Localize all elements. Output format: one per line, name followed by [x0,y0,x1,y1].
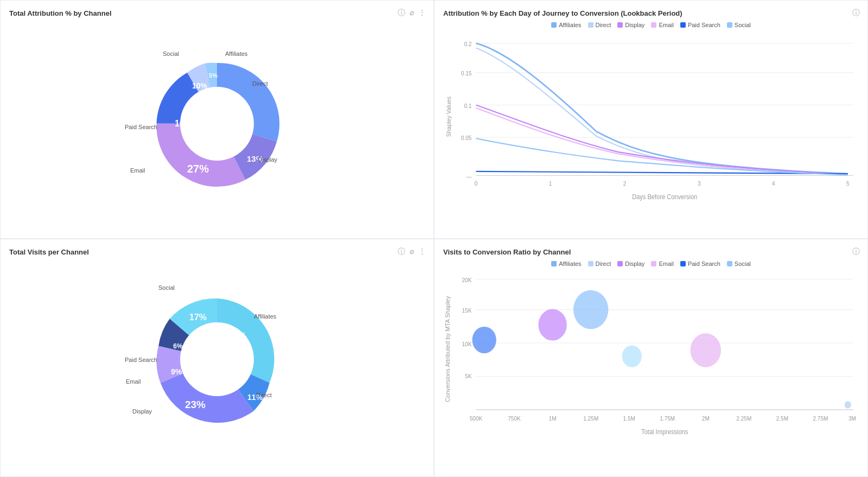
label-affiliates-2: Affiliates [254,313,276,320]
svg-text:1.25M: 1.25M [583,415,598,422]
legend-social: Social [727,22,751,28]
bubble-social [622,345,642,367]
svg-text:1: 1 [549,181,552,187]
legend-label-display: Display [625,22,644,28]
legend-label-email: Email [659,22,674,28]
scatter-label-email: Email [659,260,674,267]
legend-paid-search: Paid Search [680,22,720,28]
svg-text:10K: 10K [462,340,472,347]
bottom-right-panel: Visits to Conversion Ratio by Channel ⓘ … [434,239,868,478]
svg-text:5K: 5K [465,372,471,379]
legend-affiliates: Affiliates [551,22,581,28]
bubble-direct [573,290,609,329]
legend-email: Email [651,22,674,28]
legend-dot-social [727,22,732,28]
svg-text:5: 5 [846,181,850,187]
svg-text:17%: 17% [189,313,207,322]
scatter-dot-display [617,261,623,266]
svg-text:Shapley Values: Shapley Values [446,97,452,137]
legend-dot-display [617,22,623,28]
donut-chart-1: 30% 13% 27% 16% 10% 5% Direct Display Em… [9,22,425,226]
svg-text:9%: 9% [171,367,182,376]
bubble-display [538,309,566,340]
line-chart-svg: 0.2 0.15 0.1 0.05 — 0 1 2 3 4 5 [443,31,859,226]
info-icon-4[interactable]: ⓘ [852,247,860,257]
top-left-icons: ⓘ ⌀ ⋮ [398,8,426,18]
label-direct: Direct [252,80,268,87]
label-affiliates: Affiliates [225,50,247,57]
label-direct-2: Direct [256,392,272,398]
link-icon[interactable]: ⌀ [410,8,414,18]
top-right-title: Attribution % by Each Day of Journey to … [443,9,859,17]
svg-text:10%: 10% [192,81,208,90]
bottom-right-title: Visits to Conversion Ratio by Channel [443,248,859,256]
donut-chart-2: 34% 11% 23% 9% 6% 17% Affiliates Direct … [9,260,425,465]
scatter-dot-affiliates [551,261,557,266]
svg-text:20K: 20K [462,276,472,283]
svg-text:1M: 1M [549,415,557,422]
bottom-left-title: Total Visits per Channel [9,248,425,256]
line-chart-svg-container: 0.2 0.15 0.1 0.05 — 0 1 2 3 4 5 [443,31,859,226]
svg-text:5%: 5% [209,72,218,79]
scatter-dot-direct [588,261,593,266]
legend-direct: Direct [588,22,611,28]
line-chart-legend: Affiliates Direct Display Email Paid Sea… [443,22,859,28]
donut-svg-2: 34% 11% 23% 9% 6% 17% [141,283,293,435]
svg-text:2: 2 [623,181,627,187]
info-icon-2[interactable]: ⓘ [852,8,860,18]
svg-text:2.5M: 2.5M [776,415,788,422]
scatter-legend-display: Display [617,260,644,267]
label-social-2: Social [158,284,175,291]
scatter-dot-paid-search [680,261,686,266]
svg-text:30%: 30% [226,104,246,115]
svg-text:0: 0 [475,181,478,187]
scatter-dot-email [651,261,656,266]
more-icon-3[interactable]: ⋮ [418,247,426,257]
bubble-paid-search [845,401,851,408]
legend-label-paid-search: Paid Search [688,22,720,28]
legend-display: Display [617,22,644,28]
legend-dot-direct [588,22,593,28]
scatter-legend-social: Social [727,260,751,267]
svg-text:23%: 23% [185,399,206,410]
svg-text:2.75M: 2.75M [813,415,828,422]
label-email: Email [130,167,145,174]
scatter-legend: Affiliates Direct Display Email Paid Sea… [443,260,859,267]
label-paid-search-2: Paid Search [125,357,157,363]
svg-text:34%: 34% [225,330,247,342]
label-paid-search: Paid Search [125,124,157,130]
svg-text:2.25M: 2.25M [736,415,751,422]
svg-text:0.15: 0.15 [461,71,472,77]
svg-text:16%: 16% [175,119,192,128]
scatter-label-display: Display [625,260,644,267]
scatter-legend-paid-search: Paid Search [680,260,720,267]
top-left-title: Total Attribution % by Channel [9,9,425,17]
info-icon[interactable]: ⓘ [398,8,405,18]
svg-text:6%: 6% [173,342,183,350]
scatter-dot-social [727,261,732,266]
svg-text:0.05: 0.05 [461,135,472,141]
scatter-svg-container: 20K 15K 10K 5K 500K 750K 1M 1.25M 1.5M 1… [443,270,859,465]
legend-dot-paid-search [680,22,686,28]
scatter-label-affiliates: Affiliates [559,260,581,267]
legend-dot-affiliates [551,22,557,28]
link-icon-3[interactable]: ⌀ [410,247,414,257]
top-left-panel: Total Attribution % by Channel ⓘ ⌀ ⋮ [0,0,434,239]
svg-text:0.1: 0.1 [464,103,471,109]
scatter-legend-email: Email [651,260,674,267]
scatter-legend-direct: Direct [588,260,611,267]
scatter-label-social: Social [735,260,751,267]
top-right-icons: ⓘ [852,8,860,18]
legend-label-affiliates: Affiliates [559,22,581,28]
svg-text:1.5M: 1.5M [623,415,635,422]
label-display: Display [258,156,277,163]
more-icon[interactable]: ⋮ [418,8,426,18]
svg-text:4: 4 [772,181,775,187]
label-social: Social [163,50,179,57]
info-icon-3[interactable]: ⓘ [398,247,405,257]
svg-text:0.2: 0.2 [464,41,471,47]
top-right-panel: Attribution % by Each Day of Journey to … [434,0,868,239]
svg-text:500K: 500K [470,415,483,422]
label-display-2: Display [132,408,152,415]
donut-svg-1: 30% 13% 27% 16% 10% 5% [141,48,293,200]
